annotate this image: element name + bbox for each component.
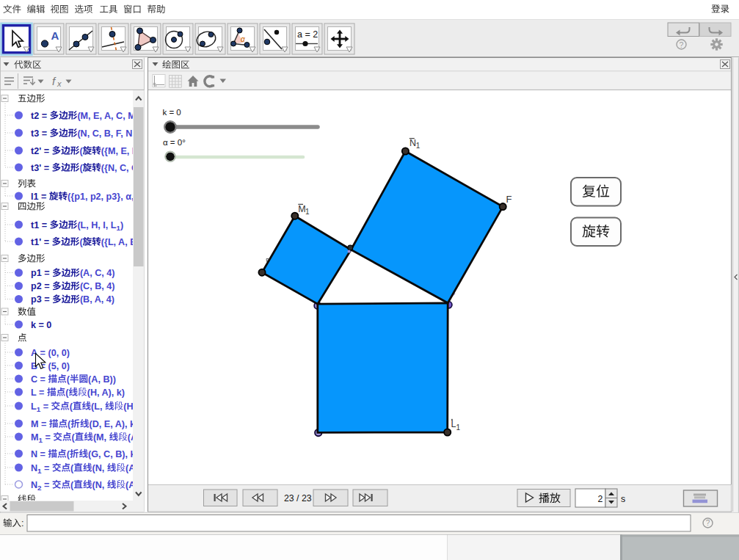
svg-text:N =: N =	[31, 449, 45, 459]
svg-text:k = 0: k = 0	[31, 320, 51, 330]
svg-text:t3 =: t3 =	[31, 128, 47, 139]
svg-text:(G, C, B), k): (G, C, B), k)	[88, 449, 139, 459]
svg-text:(M,: (M,	[93, 432, 106, 443]
svg-text:(C, B, 4): (C, B, 4)	[80, 281, 115, 291]
svg-text:M: M	[31, 432, 39, 443]
svg-text:M =: M =	[31, 419, 46, 429]
svg-text:(D, E, A), k): (D, E, A), k)	[90, 419, 139, 429]
svg-text:A: A	[51, 29, 59, 42]
svg-text:1: 1	[37, 405, 41, 413]
svg-text:(L,: (L,	[91, 401, 102, 412]
svg-text:(L, H, I, L: (L, H, I, L	[77, 220, 116, 230]
svg-text:23 / 23: 23 / 23	[284, 493, 312, 503]
svg-text:t1' =: t1' =	[31, 237, 49, 247]
svg-text::: :	[21, 518, 23, 528]
svg-text:t2 =: t2 =	[31, 111, 47, 121]
svg-text:1: 1	[305, 208, 310, 216]
svg-text:?: ?	[680, 40, 684, 49]
svg-text:p1 =: p1 =	[31, 268, 50, 278]
svg-text:=: =	[44, 463, 49, 473]
svg-text:k = 0: k = 0	[163, 108, 181, 117]
svg-text:x: x	[57, 79, 62, 88]
svg-text:a = 2: a = 2	[297, 29, 318, 40]
svg-text:α: α	[241, 35, 245, 43]
svg-text:=: =	[44, 480, 49, 490]
svg-text:N: N	[31, 480, 37, 490]
svg-text:(H, A), k): (H, A), k)	[87, 388, 125, 398]
svg-text:1: 1	[39, 436, 43, 444]
svg-text:2: 2	[598, 494, 603, 504]
svg-text:2: 2	[37, 484, 42, 492]
svg-text:): )	[120, 220, 123, 230]
svg-text:s: s	[621, 494, 625, 504]
svg-text:=: =	[43, 401, 48, 412]
svg-text:(B, A, 4): (B, A, 4)	[80, 294, 114, 305]
svg-text:(A, C, 4): (A, C, 4)	[80, 268, 115, 278]
svg-text:=: =	[45, 432, 51, 443]
svg-text:({p1, p2, p3}, α, 9: ({p1, p2, p3}, α, 9	[68, 192, 142, 202]
svg-text:l1 =: l1 =	[31, 192, 46, 202]
svg-text:(H: (H	[123, 401, 133, 412]
svg-text:(M, E, A, C, M: (M, E, A, C, M	[77, 111, 135, 121]
svg-text:t1 =: t1 =	[31, 220, 47, 230]
svg-text:α = 0°: α = 0°	[163, 138, 186, 147]
svg-text:(N,: (N,	[92, 480, 105, 490]
svg-text:(A, B)): (A, B))	[88, 374, 116, 385]
svg-text:1: 1	[416, 142, 421, 150]
svg-text:t2' =: t2' =	[31, 146, 49, 156]
svg-text:p2 =: p2 =	[31, 281, 50, 291]
svg-text:L: L	[451, 419, 456, 429]
svg-text:t3' =: t3' =	[31, 163, 49, 173]
svg-text:C =: C =	[31, 374, 45, 385]
svg-text:1: 1	[37, 467, 42, 475]
svg-text:p3 =: p3 =	[31, 294, 50, 305]
svg-text:F: F	[506, 194, 512, 205]
svg-text:(N, C, B, F, N: (N, C, B, F, N	[77, 128, 132, 139]
svg-text:N: N	[409, 138, 416, 148]
svg-text:L =: L =	[31, 388, 44, 398]
svg-text:(N,: (N,	[92, 463, 105, 473]
svg-text:?: ?	[706, 519, 710, 527]
svg-text:({L, A, B: ({L, A, B	[101, 237, 137, 247]
svg-text:= (0, 0): = (0, 0)	[40, 348, 70, 358]
svg-text:N: N	[31, 463, 37, 473]
svg-text:1: 1	[456, 423, 461, 432]
